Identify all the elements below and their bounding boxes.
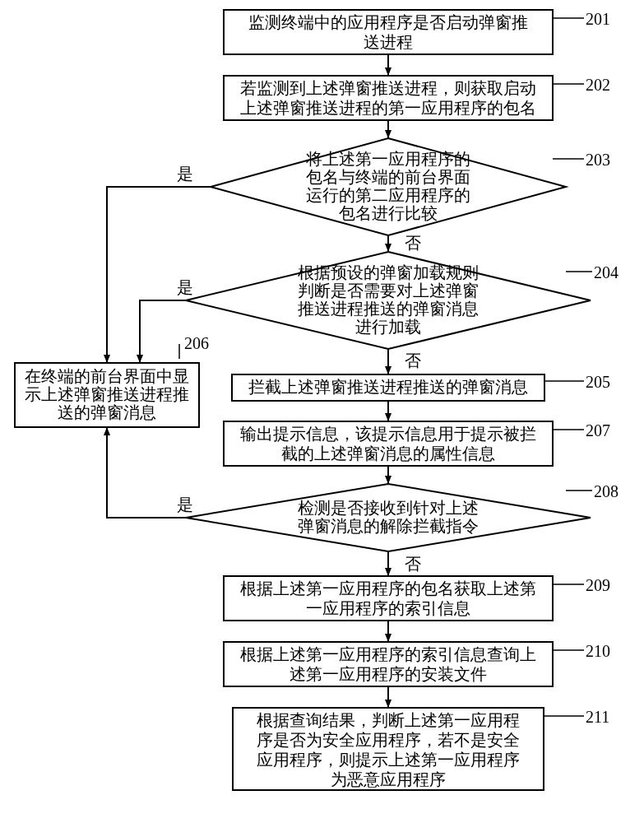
flowchart-diagram: 监测终端中的应用程序是否启动弹窗推 送进程 201 若监测到上述弹窗推送进程，则… [0, 0, 644, 823]
step-206-num: 206 [184, 334, 209, 352]
step-211-line4: 为恶意应用程序 [331, 770, 446, 788]
step-210-num: 210 [586, 642, 610, 660]
label-203-no: 否 [405, 234, 421, 252]
step-203-line3: 运行的第二应用程序的 [306, 186, 470, 204]
step-203-line1: 将上述第一应用程序的 [305, 150, 470, 168]
step-206-line3: 送的弹窗消息 [58, 403, 156, 421]
step-203: 将上述第一应用程序的 包名与终端的前台界面 运行的第二应用程序的 包名进行比较 … [211, 138, 610, 235]
label-208-no: 否 [405, 555, 421, 573]
step-205-line1: 拦截上述弹窗推送进程推送的弹窗消息 [248, 378, 528, 396]
label-203-yes: 是 [177, 165, 193, 183]
step-211-line1: 根据查询结果，判断上述第一应用程 [257, 711, 520, 729]
step-204: 根据预设的弹窗加载规则 判断是否需要对上述弹窗 推送进程推送的弹窗消息 进行加载… [186, 252, 619, 349]
step-209-num: 209 [586, 576, 610, 594]
step-202-num: 202 [586, 76, 610, 94]
step-209: 根据上述第一应用程序的包名获取上述第 一应用程序的索引信息 209 [224, 576, 610, 621]
step-208-num: 208 [594, 482, 619, 500]
label-208-yes: 是 [177, 495, 193, 514]
step-201: 监测终端中的应用程序是否启动弹窗推 送进程 201 [224, 10, 610, 54]
step-211-line3: 应用程序，则提示上述第一应用程序 [257, 751, 520, 769]
step-204-line4: 进行加载 [355, 318, 421, 336]
step-205: 拦截上述弹窗推送进程推送的弹窗消息 205 [232, 373, 610, 401]
step-204-line3: 推送进程推送的弹窗消息 [298, 300, 479, 318]
step-211-line2: 序是否为安全应用程序，若不是安全 [257, 731, 520, 749]
step-207: 输出提示信息，该提示信息用于提示被拦 截的上述弹窗消息的属性信息 207 [224, 421, 610, 466]
step-209-line2: 一应用程序的索引信息 [306, 599, 470, 617]
step-207-line1: 输出提示信息，该提示信息用于提示被拦 [240, 425, 536, 443]
step-202: 若监测到上述弹窗推送进程，则获取启动 上述弹窗推送进程的第一应用程序的包名 20… [224, 76, 610, 120]
step-203-line4: 包名进行比较 [339, 204, 438, 222]
label-204-no: 否 [405, 351, 421, 370]
step-206-line2: 示上述弹窗推送进程推 [25, 385, 189, 403]
step-201-line2: 送进程 [364, 33, 413, 51]
step-208-line1: 检测是否接收到针对上述 [298, 499, 479, 517]
step-201-line1: 监测终端中的应用程序是否启动弹窗推 [248, 13, 528, 31]
arrow-208-206 [107, 427, 186, 518]
step-210-line1: 根据上述第一应用程序的索引信息查询上 [240, 645, 536, 663]
step-206: 在终端的前台界面中显 示上述弹窗推送进程推 送的弹窗消息 206 [15, 334, 209, 427]
step-209-line1: 根据上述第一应用程序的包名获取上述第 [240, 579, 536, 597]
step-208-line2: 弹窗消息的解除拦截指令 [298, 517, 479, 535]
step-211: 根据查询结果，判断上述第一应用程 序是否为安全应用程序，若不是安全 应用程序，则… [233, 708, 609, 790]
step-207-line2: 截的上述弹窗消息的属性信息 [281, 444, 495, 463]
step-211-num: 211 [586, 708, 609, 726]
label-204-yes: 是 [177, 278, 193, 296]
step-204-line2: 判断是否需要对上述弹窗 [298, 281, 479, 300]
step-203-num: 203 [586, 151, 610, 169]
step-202-line1: 若监测到上述弹窗推送进程，则获取启动 [240, 79, 536, 97]
step-205-num: 205 [586, 373, 610, 391]
step-204-line1: 根据预设的弹窗加载规则 [298, 263, 479, 281]
step-204-num: 204 [594, 263, 619, 281]
step-206-line1: 在终端的前台界面中显 [25, 367, 189, 385]
step-202-line2: 上述弹窗推送进程的第一应用程序的包名 [240, 99, 536, 117]
step-207-num: 207 [586, 421, 610, 439]
step-208: 检测是否接收到针对上述 弹窗消息的解除拦截指令 208 [186, 482, 619, 551]
step-203-line2: 包名与终端的前台界面 [306, 168, 470, 186]
step-210-line2: 述第一应用程序的安装文件 [290, 665, 487, 683]
step-210: 根据上述第一应用程序的索引信息查询上 述第一应用程序的安装文件 210 [224, 642, 610, 686]
step-201-num: 201 [586, 10, 610, 28]
